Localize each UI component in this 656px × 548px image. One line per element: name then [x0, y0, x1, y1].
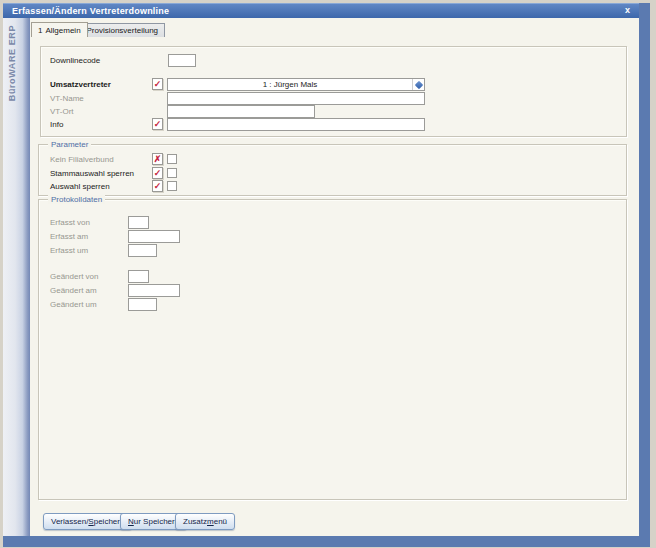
info-input[interactable] [167, 118, 425, 131]
erfasst-von-label: Erfasst von [50, 218, 90, 227]
tab-allgemein[interactable]: 1 Allgemein [31, 22, 88, 37]
tab-content: 1 Allgemein 2 Provisionsverteilung Downl… [30, 18, 639, 536]
button-text: Verlassen/ [51, 517, 88, 526]
tab-provisionsverteilung-label: Provisionsverteilung [86, 26, 158, 35]
tab-allgemein-label: Allgemein [45, 26, 80, 35]
parameter-legend: Parameter [48, 140, 91, 149]
zusatzmenue-button[interactable]: Zusatzmenü [175, 513, 235, 530]
info-edit-flag-icon[interactable]: ✓ [152, 118, 163, 130]
button-text: Zusatz [183, 517, 207, 526]
umsatzvertreter-edit-flag-icon[interactable]: ✓ [152, 78, 163, 90]
stammauswahl-sperren-label: Stammauswahl sperren [50, 169, 134, 178]
erfasst-um-input[interactable] [128, 244, 157, 257]
erfasst-um-label: Erfasst um [50, 246, 88, 255]
button-text: ur Speichern [134, 517, 179, 526]
vt-ort-label: VT-Ort [50, 107, 74, 116]
info-label: Info [50, 120, 63, 129]
umsatzvertreter-dropdown[interactable]: 1 : Jürgen Mals [167, 78, 425, 91]
auswahl-sperren-flag-icon[interactable]: ✓ [152, 180, 163, 192]
close-icon[interactable]: x [623, 4, 632, 17]
protokolldaten-legend: Protokolldaten [48, 195, 105, 204]
vt-name-input[interactable] [167, 92, 425, 105]
stammauswahl-sperren-checkbox[interactable] [167, 168, 177, 178]
button-accesskey: m [207, 517, 214, 526]
geaendert-am-input[interactable] [128, 284, 180, 297]
kein-filialverbund-flag-icon[interactable]: ✗ [152, 153, 163, 165]
erfasst-am-label: Erfasst am [50, 232, 88, 241]
brand-text: BüroWARE ERP [7, 25, 17, 101]
dialog-window: Erfassen/Ändern Vertreterdownline x Büro… [3, 3, 650, 547]
kein-filialverbund-label: Kein Filialverbund [50, 155, 114, 164]
auswahl-sperren-checkbox[interactable] [167, 181, 177, 191]
downlinecode-label: Downlinecode [50, 56, 100, 65]
stammauswahl-sperren-flag-icon[interactable]: ✓ [152, 167, 163, 179]
auswahl-sperren-label: Auswahl sperren [50, 182, 110, 191]
geaendert-am-label: Geändert am [50, 286, 97, 295]
vt-ort-input[interactable] [167, 105, 315, 118]
tab-allgemein-number: 1 [38, 26, 42, 35]
kein-filialverbund-checkbox[interactable] [167, 154, 177, 164]
button-text: enü [214, 517, 227, 526]
window-body: BüroWARE ERP 1 Allgemein 2 Provisionsver… [3, 18, 639, 536]
vt-name-label: VT-Name [50, 94, 84, 103]
geaendert-von-label: Geändert von [50, 272, 98, 281]
verlassen-speichern-button[interactable]: Verlassen/Speichern [43, 513, 132, 530]
window-title: Erfassen/Ändern Vertreterdownline [3, 6, 169, 16]
geaendert-von-input[interactable] [128, 270, 149, 283]
umsatzvertreter-value: 1 : Jürgen Mals [168, 80, 412, 89]
erfasst-von-input[interactable] [128, 216, 149, 229]
geaendert-um-label: Geändert um [50, 300, 97, 309]
brand-strip: BüroWARE ERP [3, 18, 30, 536]
titlebar: Erfassen/Ändern Vertreterdownline x [3, 3, 639, 18]
protokolldaten-groupbox: Protokolldaten [38, 199, 627, 500]
erfasst-am-input[interactable] [128, 230, 180, 243]
downlinecode-input[interactable] [168, 54, 196, 67]
dropdown-spinner-icon[interactable] [412, 79, 424, 90]
geaendert-um-input[interactable] [128, 298, 157, 311]
umsatzvertreter-label: Umsatzvertreter [50, 80, 111, 89]
